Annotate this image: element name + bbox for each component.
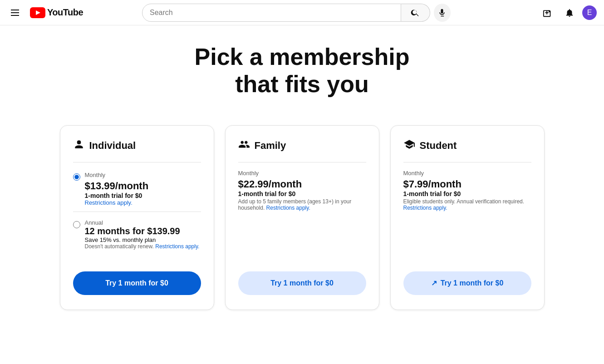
individual-annual-section: Annual 12 months for $139.99 Save 15% vs…	[73, 219, 201, 253]
family-plan-icon	[238, 138, 250, 153]
family-monthly-section: Monthly $22.99/month 1-month trial for $…	[238, 170, 366, 211]
individual-monthly-label: Monthly	[85, 172, 149, 178]
student-cta: ↗ Try 1 month for $0	[403, 261, 531, 295]
student-monthly-note: Eligible students only. Annual verificat…	[403, 198, 531, 211]
search-icon	[411, 8, 420, 17]
student-plan-card: Student Monthly $7.99/month 1-month tria…	[390, 125, 545, 310]
youtube-wordmark: YouTube	[47, 7, 83, 18]
family-cta: Try 1 month for $0	[238, 261, 366, 295]
page-title: Pick a membership that fits you	[21, 44, 584, 98]
search-form	[142, 4, 430, 22]
menu-button[interactable]	[7, 6, 23, 20]
individual-annual-restrictions[interactable]: Restrictions apply.	[155, 243, 199, 250]
header-center	[142, 4, 451, 22]
individual-monthly-section: Monthly $13.99/month 1-month trial for $…	[73, 170, 201, 212]
create-icon	[543, 8, 553, 18]
individual-monthly-radio-input[interactable]	[73, 173, 80, 181]
plans-container: Individual Monthly $13.99/month 1-month …	[21, 125, 584, 310]
header-left: YouTube	[7, 6, 98, 20]
header-right: E	[539, 4, 597, 22]
individual-plan-icon	[73, 138, 85, 153]
avatar-button[interactable]: E	[582, 5, 597, 20]
family-plan-divider	[238, 162, 366, 162]
mic-button[interactable]	[434, 4, 451, 22]
individual-cta-button[interactable]: Try 1 month for $0	[73, 271, 201, 295]
individual-monthly-details: Monthly $13.99/month 1-month trial for $…	[85, 172, 149, 206]
avatar-letter: E	[587, 9, 592, 17]
individual-annual-details: Annual 12 months for $139.99 Save 15% vs…	[85, 219, 200, 250]
student-plan-divider	[403, 162, 531, 162]
individual-cta: Try 1 month for $0	[73, 261, 201, 295]
family-monthly-price: $22.99/month	[238, 178, 366, 190]
header: YouTube	[0, 0, 604, 25]
individual-annual-label: Annual	[85, 219, 200, 226]
family-plan-name: Family	[255, 140, 286, 152]
search-button[interactable]	[401, 4, 430, 22]
individual-annual-radio: Annual 12 months for $139.99 Save 15% vs…	[73, 219, 201, 250]
family-monthly-trial: 1-month trial for $0	[238, 190, 366, 197]
family-plan-header: Family	[238, 138, 366, 153]
family-plan-card: Family Monthly $22.99/month 1-month tria…	[225, 125, 379, 310]
notifications-button[interactable]	[560, 4, 579, 22]
student-cta-button[interactable]: ↗ Try 1 month for $0	[403, 271, 531, 295]
individual-monthly-radio: Monthly $13.99/month 1-month trial for $…	[73, 172, 201, 206]
student-plan-icon	[403, 138, 415, 153]
student-monthly-restrictions[interactable]: Restrictions apply.	[403, 205, 447, 211]
family-monthly-note: Add up to 5 family members (ages 13+) in…	[238, 198, 366, 211]
individual-annual-note: Doesn't automatically renew. Restriction…	[85, 243, 200, 250]
family-monthly-restrictions[interactable]: Restrictions apply.	[266, 205, 310, 211]
individual-monthly-trial: 1-month trial for $0	[85, 192, 149, 199]
individual-plan-card: Individual Monthly $13.99/month 1-month …	[60, 125, 214, 310]
individual-plan-divider	[73, 162, 201, 162]
search-input[interactable]	[150, 9, 393, 17]
individual-plan-name: Individual	[89, 140, 136, 152]
student-monthly-price: $7.99/month	[403, 178, 531, 190]
student-monthly-section: Monthly $7.99/month 1-month trial for $0…	[403, 170, 531, 211]
search-input-wrapper	[142, 4, 401, 22]
individual-annual-radio-input[interactable]	[73, 221, 80, 228]
student-cta-label: Try 1 month for $0	[441, 279, 504, 287]
individual-plan-divider2	[73, 212, 201, 212]
bell-icon	[565, 8, 575, 18]
student-monthly-label: Monthly	[403, 170, 531, 177]
student-monthly-trial: 1-month trial for $0	[403, 190, 531, 197]
family-cta-button[interactable]: Try 1 month for $0	[238, 271, 366, 295]
individual-annual-price: 12 months for $139.99	[85, 226, 200, 236]
family-monthly-label: Monthly	[238, 170, 366, 177]
individual-annual-save: Save 15% vs. monthly plan	[85, 236, 200, 243]
youtube-logo[interactable]: YouTube	[30, 7, 83, 18]
mic-icon	[437, 8, 447, 17]
individual-plan-header: Individual	[73, 138, 201, 153]
external-link-icon: ↗	[431, 279, 437, 287]
main-content: Pick a membership that fits you Individu…	[12, 25, 593, 337]
youtube-icon	[30, 7, 45, 18]
create-button[interactable]	[539, 4, 557, 22]
individual-monthly-restrictions[interactable]: Restrictions apply.	[85, 199, 149, 206]
student-plan-name: Student	[420, 140, 457, 152]
individual-monthly-price: $13.99/month	[85, 180, 149, 192]
student-plan-header: Student	[403, 138, 531, 153]
